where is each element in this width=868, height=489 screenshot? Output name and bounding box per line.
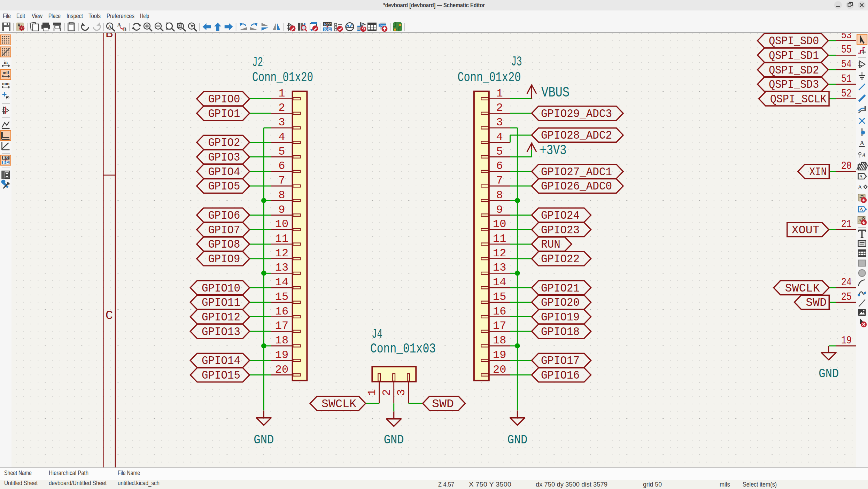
svg-text:Conn_01x20: Conn_01x20: [457, 70, 521, 85]
svg-text:QSPI_SD0: QSPI_SD0: [769, 35, 819, 48]
svg-text:R42: R42: [324, 27, 331, 31]
svg-text:6: 6: [278, 160, 285, 172]
svg-text:4: 4: [496, 131, 503, 143]
svg-text:B: B: [123, 26, 126, 32]
svg-text:A: A: [858, 184, 862, 191]
svg-text:10: 10: [275, 218, 288, 231]
svg-text:1: 1: [366, 389, 379, 396]
svg-text:Preferences: Preferences: [107, 12, 134, 20]
svg-text:GPIO7: GPIO7: [208, 224, 240, 237]
svg-text:14: 14: [275, 276, 288, 289]
svg-text:Help: Help: [140, 12, 149, 20]
svg-text:R??: R??: [324, 22, 331, 26]
svg-text:9: 9: [278, 203, 285, 216]
svg-text:A: A: [117, 22, 121, 28]
svg-text:SWD: SWD: [806, 296, 827, 309]
svg-text:19: 19: [493, 349, 506, 362]
svg-text:GPIO24: GPIO24: [541, 209, 580, 222]
svg-text:14: 14: [493, 276, 506, 289]
svg-text:12: 12: [493, 247, 506, 260]
svg-text:9: 9: [496, 203, 503, 216]
svg-text:16: 16: [275, 305, 288, 318]
svg-text:GPIO1: GPIO1: [208, 108, 240, 121]
svg-text:11: 11: [275, 232, 288, 245]
svg-text:GPIO23: GPIO23: [541, 224, 580, 237]
svg-text:20: 20: [275, 363, 288, 376]
svg-text:11: 11: [493, 232, 506, 245]
svg-text:19: 19: [841, 334, 852, 347]
svg-text:A: A: [860, 139, 865, 147]
svg-text:1: 1: [496, 87, 503, 100]
svg-text:19: 19: [275, 349, 288, 362]
svg-text:GPIO8: GPIO8: [208, 238, 240, 251]
svg-text:SWCLK: SWCLK: [321, 398, 356, 411]
svg-text:*devboard [devboard] — Schemat: *devboard [devboard] — Schematic Editor: [383, 1, 485, 9]
svg-text:File Name: File Name: [118, 469, 140, 476]
svg-text:J3: J3: [511, 54, 522, 69]
svg-text:2: 2: [278, 101, 285, 114]
svg-text:GPIO10: GPIO10: [202, 282, 240, 295]
svg-text:25: 25: [841, 290, 852, 303]
svg-text:GND: GND: [507, 433, 527, 447]
svg-text:R??: R??: [3, 156, 9, 160]
svg-text:GPIO26_ADC0: GPIO26_ADC0: [541, 180, 612, 193]
svg-text:GND: GND: [819, 367, 839, 381]
svg-text:20: 20: [841, 160, 852, 172]
svg-text:3: 3: [496, 116, 503, 129]
svg-text:Sheet Name: Sheet Name: [4, 469, 32, 476]
svg-text:GPIO29_ADC3: GPIO29_ADC3: [541, 108, 612, 121]
svg-text:15: 15: [275, 290, 288, 303]
svg-text:QSPI_SCLK: QSPI_SCLK: [770, 93, 827, 106]
svg-text:X 750 Y 3500: X 750 Y 3500: [469, 481, 511, 488]
svg-text:Tools: Tools: [88, 12, 101, 20]
svg-text:untitled.kicad_sch: untitled.kicad_sch: [118, 479, 160, 487]
svg-text:GPIO6: GPIO6: [208, 209, 240, 222]
svg-text:RUN: RUN: [541, 238, 560, 251]
svg-text:13: 13: [493, 261, 506, 274]
svg-text:Place: Place: [48, 12, 61, 20]
svg-text:2: 2: [380, 389, 393, 396]
svg-text:7: 7: [496, 174, 503, 187]
svg-text:A: A: [859, 207, 863, 212]
svg-text:51: 51: [841, 72, 852, 85]
svg-text:VBUS: VBUS: [541, 85, 569, 101]
svg-text:GND: GND: [384, 433, 404, 447]
svg-text:GPIO19: GPIO19: [541, 311, 580, 324]
svg-text:20: 20: [493, 363, 506, 376]
svg-text:GPIO22: GPIO22: [541, 253, 580, 266]
svg-text:GND: GND: [254, 433, 274, 447]
svg-text:mm: mm: [2, 81, 10, 86]
svg-text:3: 3: [278, 116, 285, 129]
svg-text:3: 3: [395, 389, 408, 396]
svg-text:GPIO0: GPIO0: [208, 93, 240, 106]
svg-text:8: 8: [496, 189, 503, 202]
svg-text:13: 13: [275, 261, 288, 274]
svg-text:GPIO9: GPIO9: [208, 253, 240, 266]
svg-text:Select item(s): Select item(s): [743, 481, 777, 488]
svg-text:24: 24: [841, 276, 852, 289]
svg-text:GPIO18: GPIO18: [541, 326, 580, 339]
svg-text:12: 12: [275, 247, 288, 260]
svg-text:7: 7: [278, 174, 285, 187]
svg-text:2: 2: [496, 101, 503, 114]
svg-text:GPIO12: GPIO12: [202, 311, 240, 324]
svg-text:GPIO20: GPIO20: [541, 296, 580, 309]
svg-text:Untitled Sheet: Untitled Sheet: [4, 479, 38, 487]
svg-text:6: 6: [496, 160, 503, 172]
svg-text:grid 50: grid 50: [643, 481, 662, 488]
svg-text:A: A: [862, 152, 866, 158]
svg-text:Conn_01x03: Conn_01x03: [370, 341, 436, 356]
svg-text:QSPI_SD2: QSPI_SD2: [769, 64, 819, 77]
svg-text:GPIO14: GPIO14: [202, 355, 240, 367]
svg-text:5: 5: [278, 145, 285, 158]
svg-text:mils: mils: [720, 481, 730, 488]
svg-text:J2: J2: [252, 55, 263, 70]
svg-text:54: 54: [841, 58, 852, 71]
svg-text:GPIO15: GPIO15: [202, 369, 240, 382]
svg-text:mil: mil: [2, 70, 9, 75]
svg-text:SWD: SWD: [432, 398, 454, 411]
svg-text:16: 16: [493, 305, 506, 318]
svg-text:GPIO11: GPIO11: [202, 296, 240, 309]
svg-text:Edit: Edit: [16, 12, 25, 20]
svg-text:Conn_01x20: Conn_01x20: [252, 70, 313, 85]
